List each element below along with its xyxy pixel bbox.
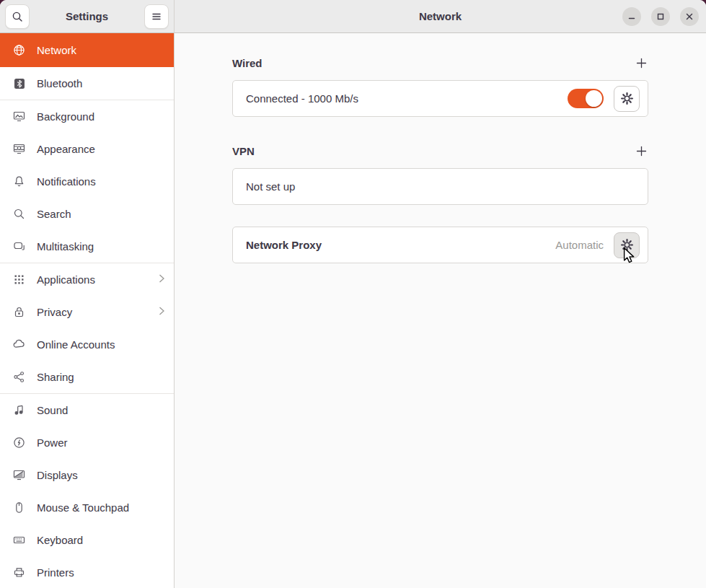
sidebar-item-label: Sharing	[37, 371, 165, 383]
main-headerbar: Network	[175, 0, 706, 33]
toggle-knob	[586, 90, 602, 107]
app-grid-icon	[13, 273, 25, 286]
add-wired-connection-button[interactable]	[631, 53, 651, 73]
maximize-button[interactable]	[651, 7, 670, 26]
sidebar-item-background[interactable]: Background	[0, 100, 174, 133]
sidebar-item-search[interactable]: Search	[0, 198, 174, 230]
sidebar-item-label: Keyboard	[37, 534, 165, 546]
bell-icon	[13, 175, 25, 188]
proxy-title: Network Proxy	[246, 239, 555, 251]
proxy-value: Automatic	[555, 239, 604, 251]
network-panel: Wired Connected - 1000 Mb/s VPN N	[175, 33, 706, 588]
sidebar-item-power[interactable]: Power	[0, 426, 174, 459]
vpn-status-text: Not set up	[246, 180, 640, 193]
hamburger-menu-icon	[151, 10, 163, 22]
sidebar-item-mouse-touchpad[interactable]: Mouse & Touchpad	[0, 491, 174, 524]
wired-heading: Wired	[232, 57, 262, 69]
sidebar-item-printers[interactable]: Printers	[0, 556, 174, 588]
sidebar-item-bluetooth[interactable]: Bluetooth	[0, 67, 174, 100]
power-icon	[13, 436, 25, 449]
sidebar-item-label: Privacy	[37, 306, 146, 318]
sidebar-item-keyboard[interactable]: Keyboard	[0, 524, 174, 556]
sidebar-item-label: Printers	[37, 566, 165, 579]
sidebar-item-label: Appearance	[37, 143, 165, 155]
sidebar-item-label: Mouse & Touchpad	[37, 501, 165, 514]
sidebar-item-label: Power	[37, 436, 165, 449]
settings-window: Settings Network Network	[0, 0, 706, 588]
plus-icon	[635, 57, 648, 69]
bluetooth-icon	[13, 77, 25, 89]
maximize-icon	[656, 12, 665, 21]
wired-status-text: Connected - 1000 Mb/s	[246, 92, 568, 105]
sidebar-item-label: Network	[37, 44, 165, 56]
sidebar-item-label: Search	[37, 208, 165, 220]
network-proxy-row[interactable]: Network Proxy Automatic	[232, 227, 648, 263]
primary-menu-button[interactable]	[144, 4, 169, 29]
wired-section-header: Wired	[232, 56, 648, 70]
minimize-icon	[627, 12, 636, 21]
windows-icon	[13, 240, 25, 253]
sidebar-item-sharing[interactable]: Sharing	[0, 361, 174, 393]
share-icon	[13, 371, 25, 383]
vpn-row[interactable]: Not set up	[232, 168, 648, 205]
proxy-settings-button[interactable]	[614, 232, 640, 258]
close-icon	[685, 12, 694, 21]
sidebar-item-multitasking[interactable]: Multitasking	[0, 230, 174, 263]
wired-settings-button[interactable]	[614, 86, 640, 112]
sidebar-item-applications[interactable]: Applications	[0, 263, 174, 296]
add-vpn-button[interactable]	[631, 141, 651, 161]
sidebar-item-label: Displays	[37, 469, 165, 481]
sidebar-item-privacy[interactable]: Privacy	[0, 296, 174, 328]
display-icon	[13, 469, 25, 481]
chevron-right-icon	[158, 273, 165, 286]
window-controls	[622, 0, 699, 32]
sidebar-item-label: Background	[37, 110, 165, 123]
sidebar-headerbar: Settings	[0, 0, 175, 33]
wired-connection-row[interactable]: Connected - 1000 Mb/s	[232, 80, 648, 117]
sidebar-item-label: Sound	[37, 404, 165, 416]
search-icon	[12, 10, 24, 22]
search-button[interactable]	[5, 4, 30, 29]
globe-icon	[13, 44, 25, 56]
wired-toggle-switch[interactable]	[568, 89, 604, 108]
sidebar-item-online-accounts[interactable]: Online Accounts	[0, 328, 174, 361]
background-icon	[13, 110, 25, 123]
search-icon	[13, 208, 25, 220]
gear-icon	[620, 92, 634, 105]
chevron-right-icon	[158, 306, 165, 318]
minimize-button[interactable]	[622, 7, 641, 26]
sidebar-item-label: Online Accounts	[37, 338, 165, 351]
mouse-icon	[13, 501, 25, 514]
vpn-heading: VPN	[232, 145, 255, 157]
sidebar-item-label: Multitasking	[37, 240, 165, 253]
cloud-icon	[13, 338, 25, 351]
sidebar-title: Settings	[66, 10, 108, 22]
vpn-section-header: VPN	[232, 144, 648, 158]
music-note-icon	[13, 404, 25, 416]
sidebar-item-label: Notifications	[37, 175, 165, 188]
close-button[interactable]	[680, 7, 699, 26]
page-title: Network	[419, 10, 462, 22]
sidebar-item-label: Applications	[37, 273, 146, 286]
plus-icon	[635, 145, 648, 157]
sidebar-item-appearance[interactable]: Appearance	[0, 133, 174, 165]
sidebar-item-notifications[interactable]: Notifications	[0, 165, 174, 198]
gear-icon	[620, 238, 634, 252]
printer-icon	[13, 566, 25, 579]
sidebar-item-label: Bluetooth	[37, 77, 165, 89]
sidebar-item-displays[interactable]: Displays	[0, 459, 174, 491]
settings-sidebar: Network Bluetooth Background Appearance	[0, 33, 175, 588]
keyboard-icon	[13, 534, 25, 546]
vpn-section: VPN Not set up	[232, 144, 648, 205]
appearance-icon	[13, 143, 25, 155]
sidebar-item-sound[interactable]: Sound	[0, 394, 174, 426]
sidebar-item-network[interactable]: Network	[0, 33, 174, 67]
lock-icon	[13, 306, 25, 318]
